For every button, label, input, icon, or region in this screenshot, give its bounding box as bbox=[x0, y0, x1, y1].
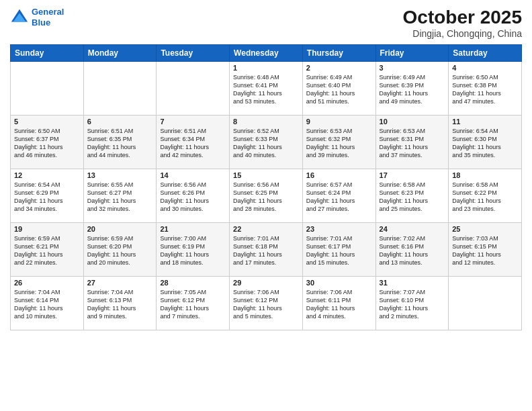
day-number: 26 bbox=[14, 279, 80, 287]
calendar-cell bbox=[83, 62, 157, 116]
calendar-cell: 5Sunrise: 6:50 AMSunset: 6:37 PMDaylight… bbox=[11, 116, 84, 169]
calendar-cell: 27Sunrise: 7:04 AMSunset: 6:13 PMDayligh… bbox=[83, 277, 157, 330]
cell-content: Sunrise: 6:53 AMSunset: 6:31 PMDaylight:… bbox=[380, 127, 445, 160]
cell-content: Sunrise: 7:04 AMSunset: 6:13 PMDaylight:… bbox=[87, 288, 153, 321]
day-number: 13 bbox=[87, 171, 153, 179]
calendar-cell: 9Sunrise: 6:53 AMSunset: 6:32 PMDaylight… bbox=[302, 116, 375, 169]
calendar-cell: 4Sunrise: 6:50 AMSunset: 6:38 PMDaylight… bbox=[449, 62, 522, 116]
week-row-2: 12Sunrise: 6:54 AMSunset: 6:29 PMDayligh… bbox=[11, 169, 522, 223]
calendar-cell: 14Sunrise: 6:56 AMSunset: 6:26 PMDayligh… bbox=[157, 169, 230, 223]
calendar-cell: 13Sunrise: 6:55 AMSunset: 6:27 PMDayligh… bbox=[83, 169, 157, 223]
calendar-cell: 18Sunrise: 6:58 AMSunset: 6:22 PMDayligh… bbox=[449, 169, 522, 223]
logo-line1: General bbox=[32, 7, 64, 17]
day-number: 22 bbox=[233, 225, 299, 233]
day-number: 2 bbox=[306, 64, 372, 72]
calendar-cell: 31Sunrise: 7:07 AMSunset: 6:10 PMDayligh… bbox=[375, 277, 449, 330]
calendar-cell bbox=[449, 277, 522, 330]
logo-icon bbox=[10, 8, 29, 27]
calendar-cell: 2Sunrise: 6:49 AMSunset: 6:40 PMDaylight… bbox=[302, 62, 375, 116]
cell-content: Sunrise: 6:58 AMSunset: 6:23 PMDaylight:… bbox=[380, 181, 445, 214]
cell-content: Sunrise: 6:56 AMSunset: 6:26 PMDaylight:… bbox=[160, 181, 226, 214]
calendar-cell: 19Sunrise: 6:59 AMSunset: 6:21 PMDayligh… bbox=[11, 223, 84, 277]
day-number: 31 bbox=[380, 279, 445, 287]
calendar-cell: 10Sunrise: 6:53 AMSunset: 6:31 PMDayligh… bbox=[375, 116, 449, 169]
title-block: October 2025 Dingjia, Chongqing, China bbox=[403, 7, 522, 39]
cell-content: Sunrise: 6:58 AMSunset: 6:22 PMDaylight:… bbox=[452, 181, 518, 214]
day-header-sunday: Sunday bbox=[11, 45, 84, 62]
header: General Blue October 2025 Dingjia, Chong… bbox=[10, 7, 522, 39]
day-number: 29 bbox=[233, 279, 299, 287]
cell-content: Sunrise: 6:50 AMSunset: 6:37 PMDaylight:… bbox=[14, 127, 80, 160]
cell-content: Sunrise: 6:49 AMSunset: 6:39 PMDaylight:… bbox=[380, 73, 445, 106]
cell-content: Sunrise: 7:00 AMSunset: 6:19 PMDaylight:… bbox=[160, 234, 226, 267]
calendar-cell: 7Sunrise: 6:51 AMSunset: 6:34 PMDaylight… bbox=[157, 116, 230, 169]
day-header-row: SundayMondayTuesdayWednesdayThursdayFrid… bbox=[11, 45, 522, 62]
calendar-cell: 20Sunrise: 6:59 AMSunset: 6:20 PMDayligh… bbox=[83, 223, 157, 277]
calendar-cell: 29Sunrise: 7:06 AMSunset: 6:12 PMDayligh… bbox=[230, 277, 303, 330]
day-number: 21 bbox=[160, 225, 226, 233]
day-number: 27 bbox=[87, 279, 153, 287]
day-number: 23 bbox=[306, 225, 372, 233]
week-row-0: 1Sunrise: 6:48 AMSunset: 6:41 PMDaylight… bbox=[11, 62, 522, 116]
day-header-saturday: Saturday bbox=[449, 45, 522, 62]
cell-content: Sunrise: 6:57 AMSunset: 6:24 PMDaylight:… bbox=[306, 181, 372, 214]
day-number: 8 bbox=[233, 118, 299, 126]
cell-content: Sunrise: 6:48 AMSunset: 6:41 PMDaylight:… bbox=[233, 73, 299, 106]
cell-content: Sunrise: 6:50 AMSunset: 6:38 PMDaylight:… bbox=[452, 73, 518, 106]
cell-content: Sunrise: 6:54 AMSunset: 6:29 PMDaylight:… bbox=[14, 181, 80, 214]
cell-content: Sunrise: 7:02 AMSunset: 6:16 PMDaylight:… bbox=[380, 234, 445, 267]
calendar: SundayMondayTuesdayWednesdayThursdayFrid… bbox=[10, 44, 522, 330]
calendar-cell: 1Sunrise: 6:48 AMSunset: 6:41 PMDaylight… bbox=[230, 62, 303, 116]
logo: General Blue bbox=[10, 7, 64, 28]
day-number: 20 bbox=[87, 225, 153, 233]
cell-content: Sunrise: 7:07 AMSunset: 6:10 PMDaylight:… bbox=[380, 288, 445, 321]
day-number: 16 bbox=[306, 171, 372, 179]
day-number: 1 bbox=[233, 64, 299, 72]
calendar-cell: 22Sunrise: 7:01 AMSunset: 6:18 PMDayligh… bbox=[230, 223, 303, 277]
day-number: 11 bbox=[452, 118, 518, 126]
day-number: 14 bbox=[160, 171, 226, 179]
calendar-cell bbox=[11, 62, 84, 116]
main-title: October 2025 bbox=[403, 7, 522, 28]
calendar-cell: 24Sunrise: 7:02 AMSunset: 6:16 PMDayligh… bbox=[375, 223, 449, 277]
day-number: 28 bbox=[160, 279, 226, 287]
cell-content: Sunrise: 6:51 AMSunset: 6:35 PMDaylight:… bbox=[87, 127, 153, 160]
day-number: 4 bbox=[452, 64, 518, 72]
day-number: 17 bbox=[380, 171, 445, 179]
day-number: 15 bbox=[233, 171, 299, 179]
calendar-cell: 23Sunrise: 7:01 AMSunset: 6:17 PMDayligh… bbox=[302, 223, 375, 277]
cell-content: Sunrise: 6:55 AMSunset: 6:27 PMDaylight:… bbox=[87, 181, 153, 214]
calendar-cell: 6Sunrise: 6:51 AMSunset: 6:35 PMDaylight… bbox=[83, 116, 157, 169]
week-row-1: 5Sunrise: 6:50 AMSunset: 6:37 PMDaylight… bbox=[11, 116, 522, 169]
cell-content: Sunrise: 6:56 AMSunset: 6:25 PMDaylight:… bbox=[233, 181, 299, 214]
calendar-cell: 30Sunrise: 7:06 AMSunset: 6:11 PMDayligh… bbox=[302, 277, 375, 330]
cell-content: Sunrise: 6:59 AMSunset: 6:20 PMDaylight:… bbox=[87, 234, 153, 267]
day-header-monday: Monday bbox=[83, 45, 157, 62]
logo-text: General Blue bbox=[32, 7, 64, 28]
week-row-3: 19Sunrise: 6:59 AMSunset: 6:21 PMDayligh… bbox=[11, 223, 522, 277]
cell-content: Sunrise: 6:53 AMSunset: 6:32 PMDaylight:… bbox=[306, 127, 372, 160]
cell-content: Sunrise: 7:05 AMSunset: 6:12 PMDaylight:… bbox=[160, 288, 226, 321]
page: General Blue October 2025 Dingjia, Chong… bbox=[0, 0, 532, 411]
day-number: 12 bbox=[14, 171, 80, 179]
cell-content: Sunrise: 6:51 AMSunset: 6:34 PMDaylight:… bbox=[160, 127, 226, 160]
cell-content: Sunrise: 7:03 AMSunset: 6:15 PMDaylight:… bbox=[452, 234, 518, 267]
cell-content: Sunrise: 7:01 AMSunset: 6:18 PMDaylight:… bbox=[233, 234, 299, 267]
logo-line2: Blue bbox=[32, 17, 50, 28]
subtitle: Dingjia, Chongqing, China bbox=[403, 28, 522, 39]
day-number: 10 bbox=[380, 118, 445, 126]
day-number: 24 bbox=[380, 225, 445, 233]
calendar-cell: 26Sunrise: 7:04 AMSunset: 6:14 PMDayligh… bbox=[11, 277, 84, 330]
calendar-cell: 12Sunrise: 6:54 AMSunset: 6:29 PMDayligh… bbox=[11, 169, 84, 223]
calendar-cell: 3Sunrise: 6:49 AMSunset: 6:39 PMDaylight… bbox=[375, 62, 449, 116]
cell-content: Sunrise: 6:49 AMSunset: 6:40 PMDaylight:… bbox=[306, 73, 372, 106]
day-header-thursday: Thursday bbox=[302, 45, 375, 62]
calendar-cell: 28Sunrise: 7:05 AMSunset: 6:12 PMDayligh… bbox=[157, 277, 230, 330]
cell-content: Sunrise: 7:04 AMSunset: 6:14 PMDaylight:… bbox=[14, 288, 80, 321]
day-number: 25 bbox=[452, 225, 518, 233]
cell-content: Sunrise: 7:01 AMSunset: 6:17 PMDaylight:… bbox=[306, 234, 372, 267]
day-number: 19 bbox=[14, 225, 80, 233]
day-number: 7 bbox=[160, 118, 226, 126]
cell-content: Sunrise: 6:59 AMSunset: 6:21 PMDaylight:… bbox=[14, 234, 80, 267]
day-header-tuesday: Tuesday bbox=[157, 45, 230, 62]
